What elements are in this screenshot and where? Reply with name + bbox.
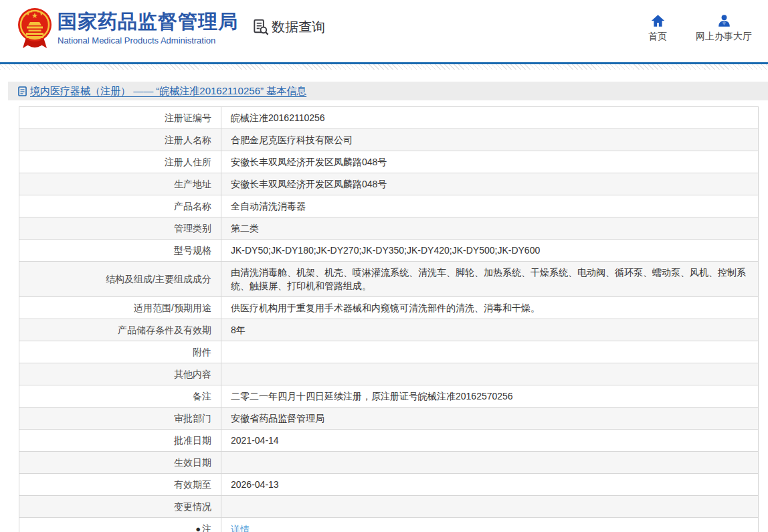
- row-label: 适用范围/预期用途: [19, 297, 221, 319]
- table-row: 适用范围/预期用途供医疗机构用于重复用手术器械和内窥镜可清洗部件的清洗、消毒和干…: [19, 297, 759, 319]
- table-row: 备注二零二一年四月十四日延续注册，原注册证号皖械注准20162570256: [19, 385, 759, 408]
- row-value: JK-DY50;JK-DY180;JK-DY270;JK-DY350;JK-DY…: [221, 240, 759, 262]
- nav-item-online-hall[interactable]: 网上办事大厅: [696, 14, 752, 43]
- table-row: 其他内容: [19, 363, 759, 385]
- row-value: 由清洗消毒舱、机架、机壳、喷淋灌流系统、清洗车、脚轮、加热系统、干燥系统、电动阀…: [221, 262, 759, 297]
- page-title-text: 境内医疗器械（注册） —— “皖械注准20162110256” 基本信息: [30, 85, 306, 98]
- table-row: 注册人名称合肥金尼克医疗科技有限公司: [19, 129, 759, 151]
- detail-link[interactable]: 详情: [231, 524, 250, 532]
- row-value: 详情: [221, 518, 759, 532]
- striped-divider: [0, 62, 768, 70]
- row-value: 8年: [221, 319, 759, 341]
- home-icon: [651, 14, 665, 27]
- row-label: 生产地址: [19, 173, 221, 195]
- table-row: 产品储存条件及有效期8年: [19, 319, 759, 341]
- registration-table: 注册证编号皖械注准20162110256注册人名称合肥金尼克医疗科技有限公司注册…: [19, 106, 759, 532]
- agency-name-en: National Medical Products Administration: [58, 35, 238, 46]
- document-search-icon: [252, 18, 270, 36]
- row-value: 2026-04-13: [221, 474, 759, 496]
- row-label: 注册人名称: [19, 129, 221, 151]
- row-value: 全自动清洗消毒器: [221, 195, 759, 217]
- top-nav: 首页 网上办事大厅: [642, 14, 752, 43]
- row-label: 有效期至: [19, 474, 221, 496]
- site-header: ★ ★ ★ ★ ★ 国家药品监督管理局 National Medical Pro…: [0, 0, 768, 62]
- row-value: 皖械注准20162110256: [221, 107, 759, 129]
- registration-table-body: 注册证编号皖械注准20162110256注册人名称合肥金尼克医疗科技有限公司注册…: [19, 107, 759, 532]
- row-value: 二零二一年四月十四日延续注册，原注册证号皖械注准20162570256: [221, 385, 759, 408]
- row-label: 批准日期: [19, 430, 221, 452]
- agency-name: 国家药品监督管理局: [58, 10, 238, 33]
- table-row: 注册证编号皖械注准20162110256: [19, 107, 759, 129]
- agency-title-block: 国家药品监督管理局 National Medical Products Admi…: [58, 10, 238, 46]
- table-row: 管理类别第二类: [19, 217, 759, 240]
- registration-table-wrap: 注册证编号皖械注准20162110256注册人名称合肥金尼克医疗科技有限公司注册…: [19, 106, 759, 532]
- table-row: 生产地址安徽长丰双凤经济开发区凤麟路048号: [19, 173, 759, 195]
- table-row: 注册人住所安徽长丰双凤经济开发区凤麟路048号: [19, 151, 759, 173]
- user-icon: [717, 14, 731, 27]
- page-title: 境内医疗器械（注册） —— “皖械注准20162110256” 基本信息: [18, 85, 306, 98]
- row-value: 合肥金尼克医疗科技有限公司: [221, 129, 759, 151]
- row-label: 管理类别: [19, 217, 221, 240]
- row-value: [221, 363, 759, 385]
- table-row: 结构及组成/主要组成成分由清洗消毒舱、机架、机壳、喷淋灌流系统、清洗车、脚轮、加…: [19, 262, 759, 297]
- row-label: 注册证编号: [19, 107, 221, 129]
- page-icon: [18, 86, 27, 96]
- national-emblem-icon: ★ ★ ★ ★ ★: [17, 7, 52, 52]
- row-value: [221, 452, 759, 474]
- table-row: 批准日期2021-04-14: [19, 430, 759, 452]
- note-balloon-icon: ●: [195, 524, 201, 532]
- row-label: 变更情况: [19, 496, 221, 518]
- row-value: 安徽长丰双凤经济开发区凤麟路048号: [221, 173, 759, 195]
- table-row: 变更情况: [19, 496, 759, 518]
- row-value: 第二类: [221, 217, 759, 240]
- table-row: 附件: [19, 341, 759, 363]
- row-value: [221, 496, 759, 518]
- table-row: 产品名称全自动清洗消毒器: [19, 195, 759, 217]
- national-emblem-logo[interactable]: ★ ★ ★ ★ ★: [17, 7, 52, 52]
- page-title-bar: 境内医疗器械（注册） —— “皖械注准20162110256” 基本信息: [8, 82, 768, 100]
- row-value: 安徽省药品监督管理局: [221, 408, 759, 430]
- row-value: 供医疗机构用于重复用手术器械和内窥镜可清洗部件的清洗、消毒和干燥。: [221, 297, 759, 319]
- table-row: ●注详情: [19, 518, 759, 532]
- nav-item-home[interactable]: 首页: [642, 14, 673, 43]
- table-row: 生效日期: [19, 452, 759, 474]
- row-label: 注册人住所: [19, 151, 221, 173]
- svg-text:★: ★: [29, 9, 33, 13]
- table-row: 有效期至2026-04-13: [19, 474, 759, 496]
- table-row: 审批部门安徽省药品监督管理局: [19, 408, 759, 430]
- svg-text:★: ★: [39, 12, 43, 16]
- row-label: 附件: [19, 341, 221, 363]
- nav-home-label: 首页: [648, 31, 667, 43]
- nav-hall-label: 网上办事大厅: [696, 31, 752, 43]
- data-query-label: 数据查询: [272, 18, 325, 36]
- data-query-tab[interactable]: 数据查询: [252, 18, 325, 36]
- row-label: 产品名称: [19, 195, 221, 217]
- row-label: 型号规格: [19, 240, 221, 262]
- row-label: 备注: [19, 385, 221, 408]
- row-value: 2021-04-14: [221, 430, 759, 452]
- row-label: 生效日期: [19, 452, 221, 474]
- row-value: [221, 341, 759, 363]
- row-value: 安徽长丰双凤经济开发区凤麟路048号: [221, 151, 759, 173]
- row-label: 审批部门: [19, 408, 221, 430]
- row-label: 结构及组成/主要组成成分: [19, 262, 221, 297]
- row-label: ●注: [19, 518, 221, 532]
- row-label: 产品储存条件及有效期: [19, 319, 221, 341]
- row-label: 其他内容: [19, 363, 221, 385]
- table-row: 型号规格JK-DY50;JK-DY180;JK-DY270;JK-DY350;J…: [19, 240, 759, 262]
